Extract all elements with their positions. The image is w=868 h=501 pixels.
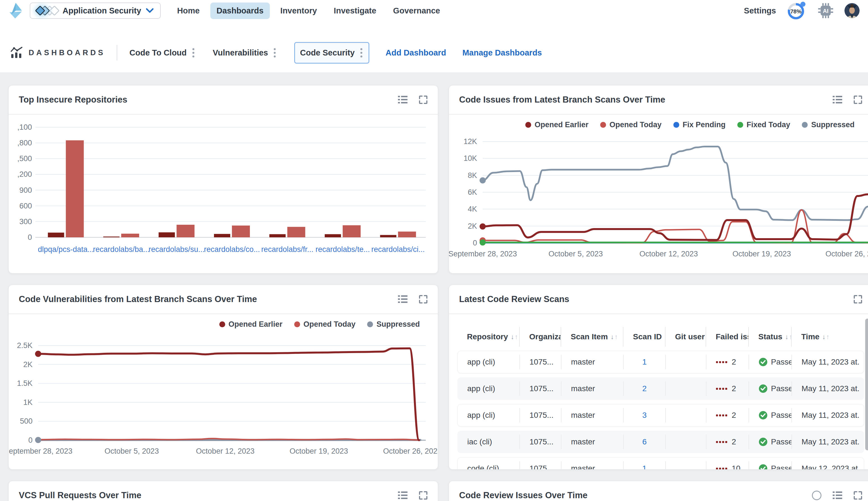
kebab-menu-icon[interactable] bbox=[359, 47, 364, 58]
expand-icon[interactable] bbox=[854, 295, 862, 304]
legend-dot-icon bbox=[802, 122, 808, 128]
cell-scan-id[interactable]: 1 bbox=[624, 461, 666, 470]
legend-item-label: Suppressed bbox=[811, 120, 855, 129]
sort-arrows-icon[interactable]: ↓↑ bbox=[785, 333, 792, 340]
svg-text:1K: 1K bbox=[23, 398, 32, 407]
legend-item-opened-today[interactable]: Opened Today bbox=[600, 120, 661, 129]
scan-id-link[interactable]: 1 bbox=[642, 358, 647, 366]
svg-text:2K: 2K bbox=[23, 360, 32, 369]
column-header-scan-id[interactable]: Scan ID↓↑ bbox=[624, 327, 666, 347]
expand-icon[interactable] bbox=[419, 295, 428, 304]
legend-list-icon[interactable] bbox=[398, 491, 408, 500]
bar-category-link[interactable]: dlpqa/pcs-data... bbox=[38, 245, 94, 254]
status-badge: Passed bbox=[759, 464, 792, 470]
nav-item-governance[interactable]: Governance bbox=[387, 2, 447, 19]
manage-dashboards-link[interactable]: Manage Dashboards bbox=[462, 48, 542, 57]
bar-category-link[interactable]: recardolabs/su... bbox=[149, 245, 205, 254]
sort-arrows-icon[interactable]: ↓↑ bbox=[511, 333, 518, 340]
svg-text:2.5K: 2.5K bbox=[17, 341, 32, 350]
expand-icon[interactable] bbox=[419, 491, 428, 500]
svg-text:October 26, 2023: October 26, 2023 bbox=[383, 447, 438, 455]
settings-button[interactable]: Settings bbox=[744, 6, 776, 15]
cell-organizat: 1075... bbox=[520, 408, 562, 423]
expand-icon[interactable] bbox=[854, 491, 862, 500]
legend-item-fix-pending[interactable]: Fix Pending bbox=[673, 120, 725, 129]
dashboard-tab-code-security[interactable]: Code Security bbox=[294, 42, 369, 64]
expand-icon[interactable] bbox=[854, 95, 862, 104]
table-scrollbar[interactable] bbox=[865, 319, 868, 450]
product-switcher[interactable]: Application Security bbox=[30, 2, 161, 19]
svg-text:10K: 10K bbox=[463, 154, 477, 162]
cell-failed-issu: 2 bbox=[707, 408, 749, 423]
cell-git-user bbox=[666, 355, 707, 369]
scan-id-link[interactable]: 1 bbox=[642, 464, 647, 470]
legend-list-icon[interactable] bbox=[398, 295, 408, 303]
cell-git-user bbox=[666, 461, 707, 470]
kebab-menu-icon[interactable] bbox=[273, 47, 277, 58]
sort-arrows-icon[interactable]: ↓↑ bbox=[822, 333, 829, 340]
column-header-label: Repository bbox=[467, 332, 508, 341]
status-text: Passed bbox=[771, 464, 792, 470]
legend-item-opened-today[interactable]: Opened Today bbox=[294, 320, 356, 329]
column-header-time[interactable]: Time↓↑ bbox=[792, 327, 859, 347]
cell-failed-issu: 2 bbox=[707, 355, 749, 369]
column-header-status[interactable]: Status↓↑ bbox=[749, 327, 792, 347]
card-title: Code Review Issues Over Time bbox=[459, 490, 587, 500]
legend-list-icon[interactable] bbox=[833, 491, 842, 500]
card-vcs-pull-requests-over-time: VCS Pull Requests Over Time bbox=[8, 481, 438, 501]
cell-scan-item: master bbox=[562, 461, 624, 470]
table-row[interactable]: app (cli)1075...master12PassedMay 11, 20… bbox=[458, 351, 864, 373]
cell-scan-id[interactable]: 3 bbox=[624, 408, 666, 423]
add-dashboard-link[interactable]: Add Dashboard bbox=[386, 48, 446, 57]
table-row[interactable]: code (cli)1075...master110PassedMay 12, … bbox=[458, 457, 864, 470]
bar-category-link[interactable]: recardolabs/fr... bbox=[261, 245, 313, 254]
kebab-menu-icon[interactable] bbox=[191, 47, 196, 58]
cell-git-user bbox=[666, 408, 707, 423]
table-row[interactable]: app (cli)1075...master22PassedMay 11, 20… bbox=[458, 377, 864, 400]
dashboards-section-label: DASHBOARDS bbox=[29, 49, 105, 57]
column-header-organizat[interactable]: Organizat bbox=[520, 327, 561, 347]
card-latest-code-review-scans: Latest Code Review Scans Repository↓↑Org… bbox=[449, 285, 868, 470]
bar-category-link[interactable]: recardolabs/ba... bbox=[93, 245, 149, 254]
nav-item-dashboards[interactable]: Dashboards bbox=[210, 2, 270, 19]
legend-item-suppressed[interactable]: Suppressed bbox=[367, 320, 420, 329]
legend-item-opened-earlier[interactable]: Opened Earlier bbox=[219, 320, 282, 329]
nav-item-investigate[interactable]: Investigate bbox=[327, 2, 383, 19]
scan-id-link[interactable]: 3 bbox=[642, 411, 647, 420]
column-header-git-user[interactable]: Git user↓↑ bbox=[666, 327, 706, 347]
user-avatar[interactable] bbox=[845, 3, 860, 18]
bar-category-link[interactable]: recardolabs/te... bbox=[315, 245, 370, 254]
legend-list-icon[interactable] bbox=[398, 96, 408, 104]
nav-item-home[interactable]: Home bbox=[171, 2, 206, 19]
legend-item-suppressed[interactable]: Suppressed bbox=[802, 120, 855, 129]
cell-repository: app (cli) bbox=[458, 381, 520, 396]
sort-arrows-icon[interactable]: ↓↑ bbox=[610, 333, 618, 340]
legend-item-opened-earlier[interactable]: Opened Earlier bbox=[525, 120, 588, 129]
column-header-label: Organizat bbox=[529, 332, 561, 341]
cell-scan-id[interactable]: 1 bbox=[624, 355, 666, 369]
dashboard-tab-vulnerabilities[interactable]: Vulnerabilities bbox=[213, 47, 277, 58]
column-header-failed-issu[interactable]: Failed issu bbox=[706, 327, 749, 347]
ai-copilot-icon[interactable]: AI bbox=[817, 2, 834, 19]
bar-category-link[interactable]: recardolabs/ci... bbox=[371, 245, 425, 254]
check-circle-icon bbox=[759, 437, 767, 446]
scan-id-link[interactable]: 6 bbox=[642, 437, 647, 446]
bar-category-link[interactable]: recardolabs/co... bbox=[204, 245, 260, 254]
table-row[interactable]: iac (cli)1075...master62PassedMay 11, 20… bbox=[458, 431, 864, 453]
table-row[interactable]: app (cli)1075...master32PassedMay 11, 20… bbox=[458, 404, 864, 426]
cell-status: Passed bbox=[749, 408, 792, 423]
svg-text:6K: 6K bbox=[468, 188, 477, 196]
nav-item-inventory[interactable]: Inventory bbox=[274, 2, 323, 19]
cell-scan-id[interactable]: 2 bbox=[624, 381, 666, 396]
progress-ring-badge[interactable]: 78% bbox=[787, 1, 807, 20]
legend-item-fixed-today[interactable]: Fixed Today bbox=[737, 120, 790, 129]
dashboard-tab-code-to-cloud[interactable]: Code To Cloud bbox=[129, 47, 196, 58]
svg-text:12K: 12K bbox=[463, 137, 477, 146]
cell-scan-id[interactable]: 6 bbox=[624, 435, 666, 449]
legend-list-icon[interactable] bbox=[833, 96, 842, 104]
column-header-repository[interactable]: Repository↓↑ bbox=[458, 327, 520, 347]
scan-id-link[interactable]: 2 bbox=[642, 384, 647, 393]
expand-icon[interactable] bbox=[419, 95, 428, 104]
topbar-right-cluster: Settings 78% AI bbox=[744, 1, 860, 20]
column-header-scan-item[interactable]: Scan Item↓↑ bbox=[561, 327, 624, 347]
